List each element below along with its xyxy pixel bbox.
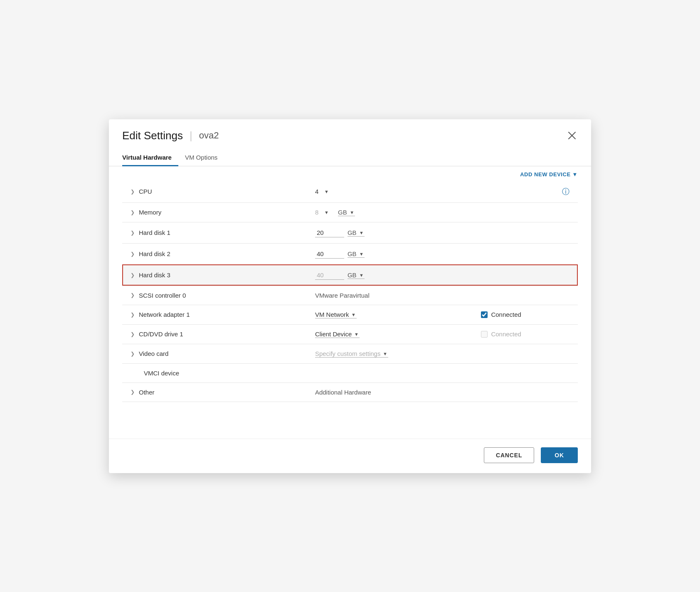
video-card-label-cell: ❯ Video card [122, 344, 307, 363]
cpu-info-icon[interactable]: ⓘ [562, 187, 569, 196]
vmci-label-cell: VMCI device [122, 363, 307, 382]
toolbar: ADD NEW DEVICE ▼ [109, 166, 591, 181]
network-connected-text: Connected [491, 311, 521, 318]
hd1-unit-wrap: GB MB ▼ [348, 229, 365, 237]
cd-dvd-connected-cell: Connected [473, 324, 578, 344]
hd2-label-cell: ❯ Hard disk 2 [122, 243, 307, 264]
title-separator: | [190, 129, 192, 142]
cpu-label-cell: ❯ CPU [122, 181, 307, 203]
hard-disk-2-row: ❯ Hard disk 2 GB MB ▼ [122, 243, 578, 264]
network-adapter-row: ❯ Network adapter 1 VM Network ▼ [122, 305, 578, 324]
memory-dropdown[interactable]: 8 4 16 32 [315, 209, 330, 216]
network-dropdown[interactable]: VM Network [315, 311, 357, 318]
cd-dvd-value-cell: Client Device ▼ [307, 324, 473, 344]
hd3-expand-icon[interactable]: ❯ [131, 272, 135, 278]
hd2-label: Hard disk 2 [139, 250, 170, 257]
video-card-dropdown[interactable]: Specify custom settings [315, 350, 388, 358]
network-label-cell: ❯ Network adapter 1 [122, 305, 307, 324]
scsi-value-cell: VMware Paravirtual [307, 286, 473, 305]
hard-disk-1-row: ❯ Hard disk 1 GB MB ▼ [122, 222, 578, 243]
vmci-label: VMCI device [144, 370, 179, 377]
hd3-label-cell: ❯ Hard disk 3 [122, 264, 307, 286]
memory-select-wrap: 8 4 16 32 ▼ [315, 209, 330, 216]
memory-unit-dropdown[interactable]: GB MB [338, 209, 355, 216]
scsi-expand-icon[interactable]: ❯ [131, 292, 135, 298]
scsi-value: VMware Paravirtual [315, 292, 370, 299]
vmci-row: VMCI device [122, 363, 578, 382]
video-card-extra-cell [473, 344, 578, 363]
hd1-label-cell: ❯ Hard disk 1 [122, 222, 307, 243]
memory-label: Memory [139, 209, 161, 216]
hd2-unit-dropdown[interactable]: GB MB [348, 250, 365, 258]
hd3-unit-dropdown[interactable]: GB MB [348, 271, 365, 279]
content-area: ❯ CPU 4 1 2 8 16 [109, 181, 591, 435]
cpu-value-cell: 4 1 2 8 16 ▼ [307, 181, 473, 203]
add-new-device-label: ADD NEW DEVICE [520, 171, 570, 178]
memory-expand-icon[interactable]: ❯ [131, 210, 135, 215]
cd-dvd-connected-checkbox[interactable] [481, 331, 488, 338]
hd1-expand-icon[interactable]: ❯ [131, 230, 135, 236]
hd1-extra-cell [473, 222, 578, 243]
cd-dvd-select-wrap: Client Device ▼ [315, 331, 360, 338]
cancel-button[interactable]: CANCEL [484, 447, 534, 463]
hd2-expand-icon[interactable]: ❯ [131, 251, 135, 257]
cpu-expand-icon[interactable]: ❯ [131, 189, 135, 195]
close-button[interactable] [566, 130, 578, 141]
cd-dvd-label-cell: ❯ CD/DVD drive 1 [122, 324, 307, 344]
hd3-extra-cell [473, 264, 578, 286]
network-label: Network adapter 1 [139, 311, 190, 318]
scsi-row: ❯ SCSI controller 0 VMware Paravirtual [122, 286, 578, 305]
memory-row: ❯ Memory 8 4 16 32 ▼ [122, 202, 578, 222]
hd3-unit-wrap: GB MB ▼ [348, 271, 365, 279]
network-select-wrap: VM Network ▼ [315, 311, 357, 318]
memory-value-cell: 8 4 16 32 ▼ GB MB [307, 202, 473, 222]
scsi-label: SCSI controller 0 [139, 292, 186, 299]
hd2-value-cell: GB MB ▼ [307, 243, 473, 264]
hd1-label: Hard disk 1 [139, 229, 170, 236]
memory-label-cell: ❯ Memory [122, 202, 307, 222]
hd1-value-cell: GB MB ▼ [307, 222, 473, 243]
video-card-row: ❯ Video card Specify custom settings ▼ [122, 344, 578, 363]
network-connected-cell: Connected [473, 305, 578, 324]
cd-dvd-expand-icon[interactable]: ❯ [131, 331, 135, 337]
network-connected-checkbox[interactable] [481, 311, 488, 318]
title-area: Edit Settings | ova2 [122, 129, 219, 142]
add-new-device-chevron-icon: ▼ [572, 171, 578, 178]
other-label: Other [139, 389, 155, 396]
hd3-value-input[interactable] [315, 271, 344, 280]
dialog-footer: CANCEL OK [109, 439, 591, 473]
tab-virtual-hardware[interactable]: Virtual Hardware [122, 150, 178, 166]
cd-dvd-label: CD/DVD drive 1 [139, 331, 183, 338]
vmci-value-cell [307, 363, 473, 382]
memory-extra-cell [473, 202, 578, 222]
hd1-value-input[interactable] [315, 228, 344, 237]
network-expand-icon[interactable]: ❯ [131, 312, 135, 318]
hd3-label: Hard disk 3 [139, 271, 170, 279]
tabs-bar: Virtual Hardware VM Options [109, 150, 591, 166]
other-label-cell: ❯ Other [122, 382, 307, 402]
memory-unit-wrap: GB MB ▼ [338, 209, 355, 216]
cpu-dropdown[interactable]: 4 1 2 8 16 [315, 188, 330, 195]
ok-button[interactable]: OK [541, 447, 578, 463]
hd2-unit-wrap: GB MB ▼ [348, 250, 365, 258]
edit-settings-dialog: Edit Settings | ova2 Virtual Hardware VM… [109, 119, 591, 473]
hd1-unit-dropdown[interactable]: GB MB [348, 229, 365, 237]
cd-dvd-row: ❯ CD/DVD drive 1 Client Device ▼ [122, 324, 578, 344]
dialog-header: Edit Settings | ova2 [109, 119, 591, 142]
network-connected-label: Connected [481, 311, 569, 318]
other-extra-cell [473, 382, 578, 402]
dialog-subtitle: ova2 [199, 130, 219, 141]
tab-vm-options[interactable]: VM Options [178, 150, 224, 166]
cpu-label: CPU [139, 188, 152, 195]
cpu-info-cell: ⓘ [473, 181, 578, 203]
cd-dvd-dropdown[interactable]: Client Device [315, 331, 360, 338]
other-row: ❯ Other Additional Hardware [122, 382, 578, 402]
add-new-device-button[interactable]: ADD NEW DEVICE ▼ [520, 171, 578, 178]
cd-dvd-connected-label: Connected [481, 331, 569, 338]
cpu-row: ❯ CPU 4 1 2 8 16 [122, 181, 578, 203]
other-expand-icon[interactable]: ❯ [131, 389, 135, 395]
video-card-expand-icon[interactable]: ❯ [131, 351, 135, 357]
other-value: Additional Hardware [315, 389, 371, 396]
hd2-value-input[interactable] [315, 249, 344, 259]
hard-disk-3-row: ❯ Hard disk 3 GB MB ▼ [122, 264, 578, 286]
